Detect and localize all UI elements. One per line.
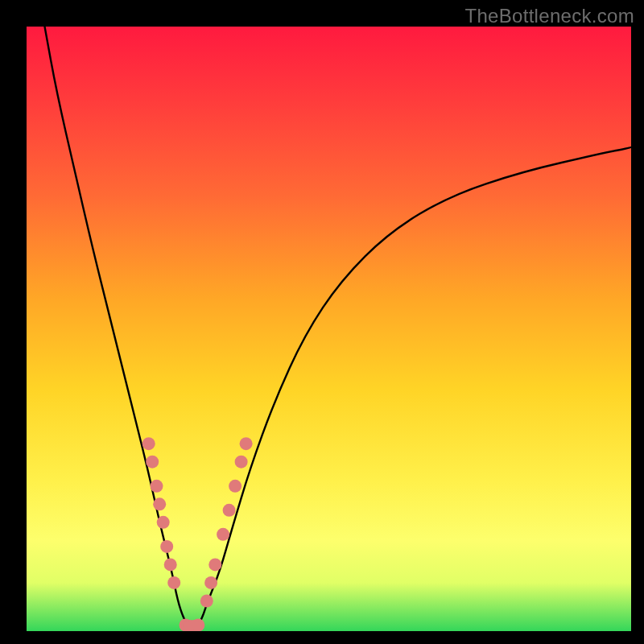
marker-dot: [204, 576, 217, 589]
marker-dot: [200, 595, 213, 608]
marker-dot: [223, 504, 236, 517]
chart-svg: [27, 27, 631, 631]
marker-dot: [160, 540, 173, 553]
marker-dot: [157, 516, 170, 529]
curve-markers: [142, 437, 253, 631]
marker-dot: [164, 558, 177, 571]
marker-dot: [217, 528, 229, 541]
marker-dot: [208, 558, 221, 571]
chart-area: [27, 27, 631, 631]
marker-dot: [240, 437, 253, 450]
marker-dot: [153, 497, 166, 510]
marker-dot: [146, 456, 159, 469]
watermark-text: TheBottleneck.com: [464, 5, 634, 27]
marker-dot: [151, 480, 163, 493]
marker-dot: [229, 480, 242, 493]
marker-dot: [167, 576, 180, 589]
marker-dot: [235, 456, 248, 469]
marker-dot: [142, 437, 155, 450]
bottleneck-curve: [45, 27, 632, 628]
marker-dot: [192, 619, 204, 632]
